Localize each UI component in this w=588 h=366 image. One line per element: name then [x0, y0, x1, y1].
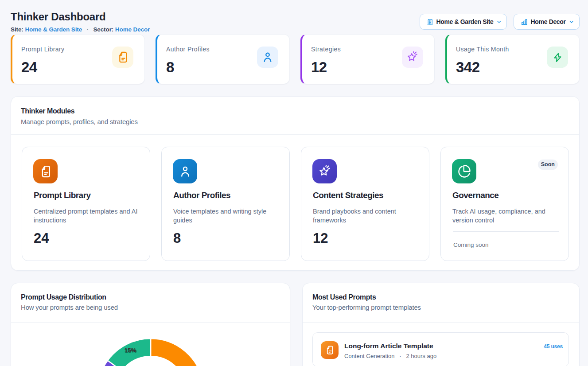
svg-text:15%: 15%: [124, 347, 136, 354]
